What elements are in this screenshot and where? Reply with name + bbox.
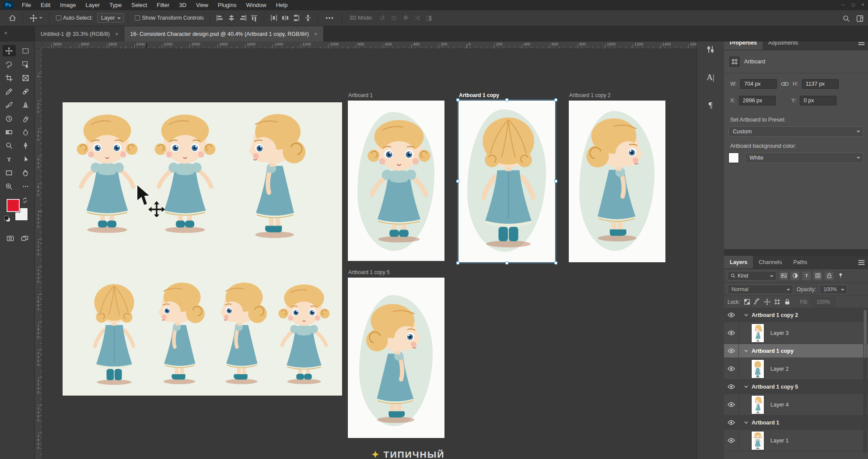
menu-3d[interactable]: 3D: [174, 0, 191, 10]
menu-type[interactable]: Type: [105, 0, 126, 10]
character-panel-icon[interactable]: A|: [701, 68, 720, 87]
menu-window[interactable]: Window: [241, 0, 271, 10]
close-tab-icon[interactable]: ×: [115, 31, 119, 37]
object-selection-tool[interactable]: [19, 59, 32, 70]
distribute-horizontal-centers-icon[interactable]: [281, 14, 289, 22]
filter-type-layers-icon[interactable]: T: [802, 271, 811, 280]
menu-view[interactable]: View: [191, 0, 213, 10]
layer-thumbnail[interactable]: [751, 395, 764, 414]
close-button[interactable]: ✕: [861, 3, 864, 7]
show-transform-controls-toggle[interactable]: Show Transform Controls: [132, 15, 206, 21]
lock-pixels-icon[interactable]: [754, 299, 760, 305]
artboard-bg-color-dropdown[interactable]: White: [745, 153, 863, 163]
lasso-tool[interactable]: [3, 59, 16, 70]
chevron-down-icon[interactable]: [744, 385, 748, 389]
eyedropper-tool[interactable]: [3, 86, 16, 97]
tab-layers[interactable]: Layers: [724, 256, 753, 268]
edit-toolbar-button[interactable]: [19, 181, 32, 192]
clone-stamp-tool[interactable]: [19, 99, 32, 111]
menu-plugins[interactable]: Plugins: [213, 0, 242, 10]
layer-row-layer-4[interactable]: Layer 4: [724, 394, 868, 416]
screen-mode-icon[interactable]: [21, 235, 28, 242]
marquee-tool[interactable]: [19, 45, 32, 56]
history-brush-tool[interactable]: [3, 113, 16, 124]
artboard-1-copy-label[interactable]: Artboard 1 copy: [459, 92, 499, 98]
height-input[interactable]: 1137 px: [802, 79, 839, 89]
layer-row-artboard-1[interactable]: Artboard 1: [724, 416, 868, 430]
gradient-tool[interactable]: [3, 126, 16, 138]
link-dimensions-icon[interactable]: [781, 81, 789, 87]
layer-thumbnail[interactable]: [751, 431, 764, 450]
lock-position-icon[interactable]: [764, 299, 770, 305]
selection-handle[interactable]: [456, 180, 459, 183]
menu-layer[interactable]: Layer: [81, 0, 105, 10]
minimize-button[interactable]: —: [841, 3, 845, 7]
artboard-1-copy-5[interactable]: Artboard 1 copy 5: [348, 278, 444, 438]
panel-menu-icon[interactable]: [858, 260, 864, 265]
artboard-1-copy-2[interactable]: Artboard 1 copy 2: [569, 101, 665, 262]
auto-select-toggle[interactable]: Auto-Select:: [53, 15, 95, 21]
healing-brush-tool[interactable]: [19, 86, 32, 97]
artboard-1-label[interactable]: Artboard 1: [348, 92, 373, 98]
x-input[interactable]: 2896 px: [739, 96, 776, 105]
rectangle-tool[interactable]: [3, 167, 16, 178]
lock-transparency-icon[interactable]: [744, 299, 750, 305]
tab-character-design[interactable]: 16- Consistent Character design.psd @ 40…: [124, 26, 323, 42]
filter-kind-dropdown[interactable]: Kind: [728, 271, 777, 281]
selection-handle[interactable]: [456, 261, 459, 264]
move-tool[interactable]: [3, 45, 16, 56]
selection-handle[interactable]: [554, 98, 557, 101]
crop-tool[interactable]: [3, 72, 16, 83]
layer-thumbnail[interactable]: [751, 359, 764, 379]
visibility-cell[interactable]: [724, 308, 739, 322]
chevron-down-icon[interactable]: [744, 349, 748, 353]
foreground-color-swatch[interactable]: [7, 199, 20, 212]
filter-toggle-icon[interactable]: [836, 271, 845, 280]
layer-row-layer-2[interactable]: Layer 2: [724, 358, 868, 380]
ruler-corner[interactable]: [35, 42, 42, 49]
tab-paths[interactable]: Paths: [788, 256, 813, 268]
paragraph-panel-icon[interactable]: ¶: [701, 96, 720, 115]
layer-row-artboard-1-copy-2[interactable]: Artboard 1 copy 2: [724, 308, 868, 322]
more-options-icon[interactable]: •••: [322, 15, 337, 21]
type-tool[interactable]: T: [3, 153, 16, 165]
visibility-cell[interactable]: [724, 380, 739, 393]
align-top-edges-icon[interactable]: [250, 14, 258, 22]
y-input[interactable]: 0 px: [800, 96, 836, 105]
align-right-edges-icon[interactable]: [239, 14, 247, 22]
close-tab-icon[interactable]: ×: [314, 31, 318, 37]
move-tool-preset[interactable]: [27, 14, 45, 22]
distribute-left-edges-icon[interactable]: [270, 14, 278, 22]
workspace-switcher-icon[interactable]: [856, 15, 864, 22]
horizontal-ruler[interactable]: 3000280026002400220020001800160014001200…: [42, 42, 696, 49]
chevron-down-icon[interactable]: [744, 421, 748, 424]
lock-artboard-icon[interactable]: [774, 299, 780, 305]
menu-select[interactable]: Select: [126, 0, 152, 10]
maximize-button[interactable]: ▢: [851, 3, 855, 7]
blur-tool[interactable]: [19, 126, 32, 138]
artboard-1[interactable]: Artboard 1: [348, 101, 444, 261]
layer-thumbnail[interactable]: [751, 323, 764, 343]
layer-row-layer-1[interactable]: Layer 1: [724, 430, 868, 452]
auto-select-target-dropdown[interactable]: Layer: [97, 13, 124, 23]
menu-edit[interactable]: Edit: [36, 0, 55, 10]
path-selection-tool[interactable]: [19, 153, 32, 165]
selection-handle[interactable]: [554, 261, 557, 264]
quick-mask-icon[interactable]: [7, 235, 14, 242]
swap-colors-icon[interactable]: [22, 197, 28, 203]
frame-tool[interactable]: [19, 72, 32, 83]
menu-file[interactable]: File: [17, 0, 36, 10]
tab-untitled-1[interactable]: Untitled-1 @ 33.3% (RGB/8) ×: [35, 26, 124, 42]
width-input[interactable]: 704 px: [740, 79, 777, 89]
zoom-tool[interactable]: [3, 181, 16, 192]
lock-all-icon[interactable]: [784, 299, 791, 305]
opacity-dropdown[interactable]: 100%: [819, 285, 847, 294]
align-horizontal-centers-icon[interactable]: [228, 14, 235, 22]
visibility-cell[interactable]: [724, 358, 739, 379]
sliders-panel-icon[interactable]: [701, 40, 720, 59]
filter-smart-objects-icon[interactable]: [825, 271, 833, 280]
filter-adjustment-layers-icon[interactable]: [791, 271, 799, 280]
canvas-area[interactable]: Artboard 1 Artboard 1 copy Artboard 1 co…: [42, 49, 696, 459]
pen-tool[interactable]: [19, 140, 32, 151]
layer-row-artboard-1-copy[interactable]: Artboard 1 copy: [724, 344, 868, 358]
